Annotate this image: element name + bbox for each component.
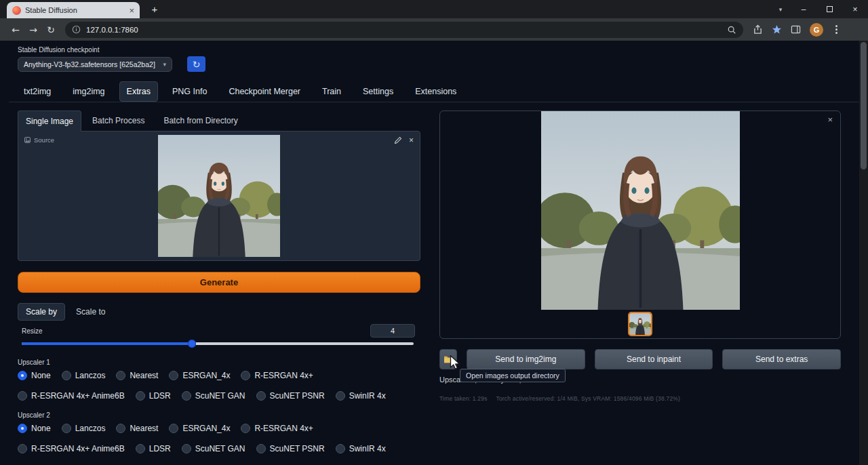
send-button-label: Send to img2img (495, 355, 556, 364)
generate-button[interactable]: Generate (18, 272, 420, 293)
radio-option-label: None (31, 371, 51, 380)
page-scrollbar[interactable] (859, 41, 868, 465)
resize-value-input[interactable]: 4 (370, 324, 415, 338)
result-thumbnail[interactable] (628, 312, 652, 336)
send-button[interactable]: Send to extras (722, 349, 841, 369)
upscaler-radio-option[interactable]: ScuNET GAN (182, 391, 245, 401)
send-button[interactable]: Send to img2img (467, 349, 585, 369)
radio-button-icon (18, 424, 27, 433)
browser-menu-icon[interactable] (832, 25, 840, 34)
source-mode-tab[interactable]: Batch Process (84, 110, 153, 131)
url-text: 127.0.0.1:7860 (86, 26, 722, 34)
radio-option-label: R-ESRGAN 4x+ (254, 424, 313, 433)
main-tab[interactable]: Extensions (408, 81, 464, 102)
browser-tab[interactable]: Stable Diffusion × (7, 2, 140, 18)
upscaler-radio-option[interactable]: R-ESRGAN 4x+ Anime6B (18, 444, 125, 453)
resize-slider[interactable] (22, 340, 414, 348)
back-button[interactable]: ← (7, 24, 24, 35)
radio-button-icon (116, 424, 125, 433)
upscaler-radio-option[interactable]: Nearest (116, 424, 158, 433)
share-icon[interactable] (753, 24, 763, 35)
forward-button[interactable]: → (24, 24, 42, 35)
zoom-icon[interactable] (727, 25, 736, 35)
maximize-button[interactable] (816, 0, 842, 18)
checkpoint-dropdown[interactable]: Anything-V3-fp32.safetensors [625a2ba2] … (18, 57, 172, 72)
result-image[interactable] (540, 111, 741, 310)
main-tab-label: Train (322, 87, 341, 96)
source-image-dropzone[interactable]: Source × (18, 131, 420, 261)
scale-mode-tab[interactable]: Scale to (68, 303, 113, 321)
main-tab[interactable]: txt2img (16, 81, 58, 102)
upscaler-radio-option[interactable]: SwinIR 4x (336, 444, 386, 453)
upscaler-radio-option[interactable]: ESRGAN_4x (169, 424, 230, 433)
radio-button-icon (241, 424, 250, 433)
upscaler-radio-option[interactable]: Lanczos (62, 371, 106, 380)
upscaler-radio-option[interactable]: None (18, 424, 51, 433)
source-mode-tab[interactable]: Single Image (18, 110, 81, 132)
upscaler-radio-option[interactable]: R-ESRGAN 4x+ (241, 424, 313, 433)
scrollbar-thumb[interactable] (861, 42, 867, 169)
mouse-cursor (450, 355, 462, 369)
checkpoint-value: Anything-V3-fp32.safetensors [625a2ba2] (24, 60, 155, 68)
side-panel-icon[interactable] (791, 24, 801, 35)
refresh-checkpoint-button[interactable]: ↻ (187, 56, 205, 72)
main-tab[interactable]: Checkpoint Merger (221, 81, 308, 102)
upscaler-radio-option[interactable]: ScuNET PSNR (256, 444, 325, 453)
radio-button-icon (136, 444, 145, 453)
upscaler-radio-option[interactable]: R-ESRGAN 4x+ Anime6B (18, 391, 125, 401)
radio-option-label: ScuNET GAN (195, 444, 245, 453)
close-button[interactable]: × (842, 0, 868, 18)
upscaler-radio-option[interactable]: R-ESRGAN 4x+ (241, 371, 313, 380)
radio-button-icon (256, 444, 266, 453)
upscaler-radio-option[interactable]: Nearest (116, 371, 158, 380)
main-tab[interactable]: Train (315, 81, 349, 102)
main-tab[interactable]: Extras (119, 81, 158, 102)
upscaler-radio-option[interactable]: None (18, 371, 51, 380)
result-gallery: × (439, 110, 841, 339)
performance-stats: Time taken: 1.29s Torch active/reserved:… (439, 395, 841, 402)
radio-button-icon (336, 391, 345, 401)
radio-option-label: Lanczos (75, 424, 106, 433)
upscaler-radio-option[interactable]: LDSR (136, 391, 171, 401)
folder-tooltip: Open images output directory (460, 369, 566, 382)
tab-close-icon[interactable]: × (129, 6, 134, 15)
address-bar[interactable]: 127.0.0.1:7860 (65, 22, 743, 38)
image-icon (24, 137, 31, 143)
radio-button-icon (116, 371, 125, 380)
close-gallery-icon[interactable]: × (827, 115, 833, 125)
profile-avatar[interactable]: G (810, 23, 823, 37)
site-info-icon[interactable] (72, 25, 81, 34)
radio-option-label: SwinIR 4x (349, 444, 386, 453)
upscaler-radio-option[interactable]: ESRGAN_4x (169, 371, 230, 380)
upscaler-radio-option[interactable]: ScuNET GAN (182, 444, 245, 453)
upscaler1-label: Upscaler 1 (18, 359, 420, 366)
minimize-button[interactable]: – (791, 0, 816, 18)
toolbar-icons: G (753, 23, 840, 37)
resize-label: Resize (22, 327, 43, 335)
radio-button-icon (241, 371, 250, 380)
clear-source-icon[interactable]: × (409, 136, 414, 145)
tab-search-icon[interactable]: ▾ (770, 0, 791, 18)
edit-icon[interactable] (394, 136, 402, 144)
upscaler-radio-option[interactable]: ScuNET PSNR (256, 391, 325, 401)
main-tab-label: PNG Info (172, 87, 207, 96)
radio-option-label: SwinIR 4x (349, 391, 386, 401)
upscaler-radio-option[interactable]: LDSR (136, 444, 171, 453)
new-tab-button[interactable]: + (148, 3, 161, 15)
upscaler-radio-option[interactable]: Lanczos (62, 424, 106, 433)
source-mode-tab[interactable]: Batch from Directory (155, 110, 245, 131)
send-button[interactable]: Send to inpaint (595, 349, 713, 369)
slider-handle[interactable] (188, 340, 196, 348)
bookmark-star-icon[interactable] (772, 24, 782, 35)
radio-option-label: ScuNET PSNR (270, 391, 325, 401)
checkpoint-label: Stable Diffusion checkpoint (18, 46, 868, 54)
source-actions: × (394, 136, 414, 145)
main-tab[interactable]: Settings (355, 81, 401, 102)
scale-mode-tab[interactable]: Scale by (18, 303, 65, 321)
upscaler2-options: None Lanczos Nearest ESRGAN_4x (18, 424, 420, 453)
upscaler-radio-option[interactable]: SwinIR 4x (336, 391, 386, 401)
reload-button[interactable]: ↻ (42, 24, 60, 35)
extras-tab-content: Single Image Batch Process Batch from Di… (9, 102, 859, 453)
main-tab[interactable]: img2img (65, 81, 112, 102)
main-tab[interactable]: PNG Info (165, 81, 214, 102)
